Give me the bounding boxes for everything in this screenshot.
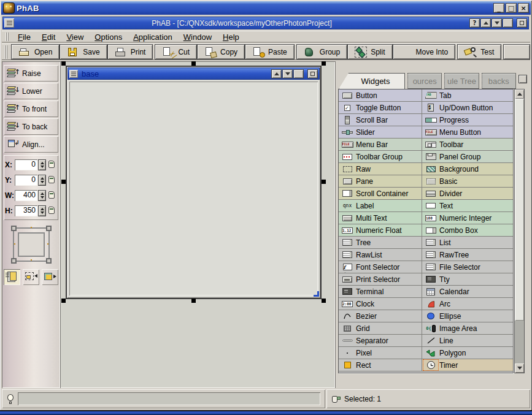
selection-handle-bottom-left[interactable] xyxy=(61,299,66,303)
toolbar-grip-icon[interactable] xyxy=(4,45,7,59)
widget-item-pane[interactable]: Pane xyxy=(339,175,422,187)
spinner-icon[interactable] xyxy=(38,159,46,170)
widget-item-calendar[interactable]: Calendar xyxy=(422,286,513,297)
widget-item-background[interactable]: Background xyxy=(422,163,513,175)
scrollbar-thumb[interactable] xyxy=(515,99,524,321)
menu-help[interactable]: Help xyxy=(217,31,245,43)
widget-item-divider[interactable]: Divider xyxy=(422,188,513,199)
spinner-icon[interactable] xyxy=(38,190,46,201)
scrollbar-down-icon[interactable] xyxy=(515,364,524,373)
close-button[interactable]: × xyxy=(518,3,529,13)
widget-item-tty[interactable]: Tty xyxy=(422,273,513,285)
widget-item-polygon[interactable]: Polygon xyxy=(422,347,513,359)
menubar-grip-icon[interactable] xyxy=(6,32,9,41)
paste-button[interactable]: Paste xyxy=(245,44,295,59)
lock-icon[interactable] xyxy=(47,175,57,186)
menu-view[interactable]: View xyxy=(61,31,89,43)
print-button[interactable]: Print xyxy=(107,44,153,59)
widget-item-label[interactable]: qnxLabel xyxy=(339,200,422,211)
tab-ule-tree[interactable]: ule Tree xyxy=(444,73,479,89)
tab-widgets[interactable]: Widgets xyxy=(339,73,405,89)
menu-window[interactable]: Window xyxy=(178,31,217,43)
widget-item-menu-button[interactable]: FILEMenu Button xyxy=(422,126,513,138)
w-value-field[interactable]: 400 xyxy=(15,190,37,201)
module-titlebar[interactable]: base xyxy=(67,67,320,80)
raise-button[interactable]: ↑Raise xyxy=(4,65,58,82)
widget-item-image-area[interactable]: 0{Image Area xyxy=(422,322,513,334)
save-button[interactable]: Save xyxy=(60,44,107,59)
widget-item-rawlist[interactable]: RawList xyxy=(339,249,422,261)
align-button[interactable]: ↲Align... xyxy=(4,136,58,153)
widget-item-raw[interactable]: Raw xyxy=(339,163,422,175)
menu-application[interactable]: Application xyxy=(128,31,178,43)
module-menu-icon[interactable] xyxy=(69,70,78,78)
design-canvas[interactable]: base xyxy=(60,61,335,388)
widget-item-toolbar[interactable]: Toolbar xyxy=(422,139,513,150)
widget-item-numeric-float[interactable]: 1.12Numeric Float xyxy=(339,224,422,236)
lock-icon[interactable] xyxy=(47,159,57,170)
test-button[interactable]: Test xyxy=(457,44,501,59)
widget-item-scroll-container[interactable]: Scroll Container xyxy=(339,188,422,199)
spinner-icon[interactable] xyxy=(38,205,46,216)
widget-item-combo-box[interactable]: Combo Box xyxy=(422,224,513,236)
y-value-field[interactable]: 0 xyxy=(15,175,37,186)
widget-item-grid[interactable]: Grid xyxy=(339,322,422,334)
selection-handle-top-right[interactable] xyxy=(322,61,326,66)
tab-ources[interactable]: ources xyxy=(407,73,442,89)
window-titlebar[interactable]: PhAB _□× xyxy=(1,1,531,15)
widget-item-tree[interactable]: Tree xyxy=(339,237,422,248)
widget-item-print-selector[interactable]: Print Selector xyxy=(339,273,422,285)
open-button[interactable]: Open xyxy=(11,44,60,59)
widget-item-font-selector[interactable]: faFont Selector xyxy=(339,261,422,273)
move-into-button[interactable]: Move Into xyxy=(393,44,456,59)
minimize-button[interactable]: _ xyxy=(493,3,504,13)
widget-item-clock[interactable]: 2:00Clock xyxy=(339,298,422,310)
module-expand-button[interactable] xyxy=(282,69,293,78)
split-button[interactable]: Split xyxy=(347,44,392,59)
widget-item-list[interactable]: List xyxy=(422,237,513,248)
fit-shrink-button[interactable] xyxy=(23,269,39,285)
fit-grow-button[interactable] xyxy=(42,269,58,285)
widget-item-slider[interactable]: Slider xyxy=(339,126,422,138)
widget-item-progress[interactable]: Progress xyxy=(422,114,513,126)
widget-item-menu-bar[interactable]: FILEMenu Bar xyxy=(339,139,422,150)
widget-item-rawtree[interactable]: RawTree xyxy=(422,249,513,261)
menu-edit[interactable]: Edit xyxy=(36,31,61,43)
widget-item-terminal[interactable]: Terminal xyxy=(339,286,422,297)
widget-item-up-down-button[interactable]: ▲▼Up/Down Button xyxy=(422,102,513,113)
module-base[interactable]: base xyxy=(66,66,322,299)
widget-item-timer[interactable]: Timer xyxy=(422,359,513,371)
module-resize-corner[interactable] xyxy=(314,291,319,297)
widget-item-tab[interactable]: TABTab xyxy=(422,89,513,101)
module-close-button[interactable] xyxy=(307,69,318,78)
group-button[interactable]: Group xyxy=(296,44,347,59)
mdi-help-button[interactable]: ? xyxy=(469,18,480,28)
selection-handle-mid-left[interactable] xyxy=(61,180,66,184)
selection-handle-bottom-right[interactable] xyxy=(322,299,326,303)
spinner-icon[interactable] xyxy=(38,175,46,186)
widget-item-button[interactable]: Button xyxy=(339,89,422,101)
menu-options[interactable]: Options xyxy=(89,31,128,43)
module-collapse-button[interactable] xyxy=(271,69,282,78)
widget-item-multi-text[interactable]: Multi Text xyxy=(339,212,422,224)
widget-item-scroll-bar[interactable]: Scroll Bar xyxy=(339,114,422,126)
widget-item-bezier[interactable]: Bezier xyxy=(339,310,422,322)
mdi-restore-button[interactable] xyxy=(503,18,513,28)
widget-item-arc[interactable]: Arc xyxy=(422,298,513,310)
copy-button[interactable]: Copy xyxy=(197,44,245,59)
widget-item-ellipse[interactable]: Ellipse xyxy=(422,310,513,322)
widget-item-toolbar-group[interactable]: Toolbar Group xyxy=(339,151,422,162)
selection-handle-top-center[interactable] xyxy=(191,61,196,66)
selection-handle-bottom-center[interactable] xyxy=(191,299,196,303)
widget-item-rect[interactable]: Rect xyxy=(339,359,422,371)
tab-backs[interactable]: backs xyxy=(482,73,516,89)
lower-button[interactable]: ↓Lower xyxy=(4,83,58,99)
to-back-button[interactable]: ↓To back xyxy=(4,118,58,135)
widget-item-basic[interactable]: Basic xyxy=(422,175,513,187)
lock-icon[interactable] xyxy=(47,190,57,201)
selection-handle-mid-right[interactable] xyxy=(322,180,326,184)
widget-item-toggle-button[interactable]: ✓Toggle Button xyxy=(339,102,422,113)
scrollbar-up-icon[interactable] xyxy=(515,89,524,99)
palette-scrollbar[interactable] xyxy=(514,89,525,373)
mdi-collapse-button[interactable] xyxy=(480,18,491,28)
